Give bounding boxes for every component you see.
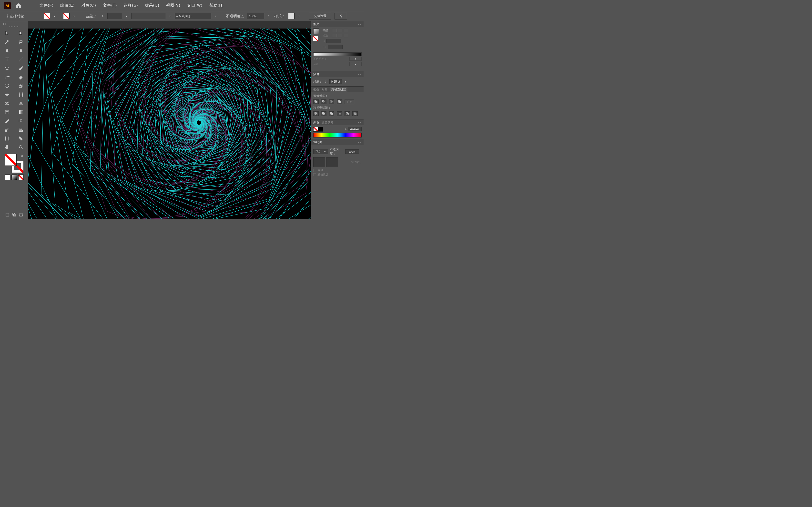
style-dd[interactable] (297, 13, 302, 19)
pf-outline[interactable] (345, 111, 350, 116)
rotate-tool[interactable] (0, 81, 14, 90)
menu-view[interactable]: 视图(V) (163, 3, 184, 8)
trans-mask-thumb[interactable] (326, 157, 338, 167)
pathfinder-tab[interactable]: 路径查找器 (330, 87, 347, 93)
grad-aspect-field[interactable] (328, 45, 343, 49)
grad-stroke-1[interactable] (332, 34, 337, 37)
ellipse-tool[interactable] (0, 64, 14, 73)
stroke-weight-spinner[interactable] (323, 78, 328, 85)
pf-merge[interactable] (329, 111, 334, 116)
blend-mode-dropdown[interactable]: 正常▾ (313, 149, 328, 154)
menu-select[interactable]: 选择(S) (120, 3, 141, 8)
document-setup-button[interactable]: 文档设置 (309, 13, 331, 19)
grad-angle-field[interactable] (326, 39, 341, 43)
gradient-preview[interactable] (313, 29, 319, 34)
perspective-grid-tool[interactable] (14, 99, 28, 108)
grad-type-freeform[interactable] (344, 29, 348, 32)
hand-tool[interactable] (0, 143, 14, 152)
free-transform-tool[interactable] (14, 90, 28, 99)
grad-position-dd[interactable] (349, 62, 362, 66)
align-tab[interactable]: 对齐 (321, 88, 327, 92)
symbol-sprayer-tool[interactable] (0, 125, 14, 134)
pf-expand[interactable]: 扩展 (345, 100, 354, 104)
stroke-weight-dd2[interactable] (343, 78, 348, 85)
graphic-style-swatch[interactable] (288, 13, 295, 19)
grad-stroke-2[interactable] (338, 34, 342, 37)
menu-object[interactable]: 对象(O) (78, 3, 100, 8)
column-graph-tool[interactable] (14, 125, 28, 134)
opacity-field[interactable]: 100% (247, 13, 264, 19)
opacity-label[interactable]: 不透明度： (226, 14, 244, 18)
grad-stroke-3[interactable] (344, 34, 348, 37)
panel-collapse-icon[interactable]: ◄◄ (357, 141, 362, 143)
menu-type[interactable]: 文字(T) (100, 3, 120, 8)
pf-intersect[interactable] (329, 100, 334, 104)
transform-tab[interactable]: 变换 (313, 88, 319, 92)
pf-trim[interactable] (321, 111, 326, 116)
blend-tool[interactable] (14, 116, 28, 125)
tools-grip-icon[interactable] (9, 26, 19, 27)
opacity-flyout[interactable] (266, 14, 271, 18)
trans-object-thumb[interactable] (313, 157, 325, 167)
stroke-weight-field[interactable] (107, 13, 122, 19)
pf-exclude[interactable] (337, 100, 342, 104)
make-mask-button[interactable]: 制作蒙版 (351, 160, 362, 164)
swap-fill-stroke-icon[interactable]: ⤭ (21, 155, 23, 158)
invert-mask-checkbox[interactable]: 反相蒙版 (313, 173, 362, 176)
color-mode-none[interactable] (18, 174, 24, 180)
panel-collapse-icon[interactable]: ◄◄ (357, 121, 362, 124)
shaper-tool[interactable] (0, 73, 14, 81)
gradient-tool[interactable] (14, 108, 28, 116)
eyedropper-tool[interactable] (0, 116, 14, 125)
pf-minus-front[interactable] (321, 100, 326, 104)
transparency-tab[interactable]: 透明度 (313, 140, 322, 144)
preferences-button[interactable]: 首 (335, 13, 347, 19)
pf-minus-back[interactable] (352, 111, 358, 116)
canvas-area[interactable] (28, 21, 311, 219)
line-tool[interactable] (14, 55, 28, 64)
fill-dropdown[interactable] (52, 13, 57, 19)
stroke-tab[interactable]: 描边 (313, 72, 319, 76)
shape-builder-tool[interactable] (0, 99, 14, 108)
gradient-fill-swatch[interactable] (313, 36, 318, 41)
lasso-tool[interactable] (14, 38, 28, 46)
width-tool[interactable] (0, 90, 14, 99)
fill-box[interactable] (5, 154, 16, 166)
menu-edit[interactable]: 编辑(E) (57, 3, 78, 8)
fill-swatch[interactable] (44, 13, 50, 19)
brush-definition[interactable]: 5 点圆形 (175, 13, 211, 19)
color-mode-gradient[interactable] (11, 174, 17, 180)
direct-selection-tool[interactable] (14, 29, 28, 38)
draw-behind-icon[interactable] (11, 212, 17, 217)
trans-opacity-field[interactable]: 100% (345, 150, 359, 154)
pf-unite[interactable] (313, 100, 319, 104)
panel-collapse-icon[interactable]: ◄◄ (357, 73, 362, 75)
gradient-tab[interactable]: 渐变 (313, 22, 319, 26)
panel-collapse-icon[interactable]: ◄◄ (357, 23, 362, 25)
var-width-profile[interactable] (131, 13, 165, 19)
pen-tool[interactable] (0, 46, 14, 55)
paintbrush-tool[interactable] (14, 64, 28, 73)
menu-file[interactable]: 文件(F) (36, 3, 57, 8)
pf-crop[interactable] (337, 111, 342, 116)
mesh-tool[interactable] (0, 108, 14, 116)
slice-tool[interactable] (14, 134, 28, 143)
menu-window[interactable]: 窗口(W) (184, 3, 206, 8)
zoom-tool[interactable] (14, 143, 28, 152)
artboard-tool[interactable] (0, 134, 14, 143)
scale-tool[interactable] (14, 81, 28, 90)
color-tab[interactable]: 颜色 (313, 120, 319, 124)
brush-dd[interactable] (213, 13, 219, 19)
selection-tool[interactable] (0, 29, 14, 38)
eraser-tool[interactable] (14, 73, 28, 81)
stroke-dropdown[interactable] (71, 13, 77, 19)
stroke-weight-spinner[interactable] (100, 13, 105, 19)
draw-inside-icon[interactable] (18, 212, 24, 217)
magic-wand-tool[interactable] (0, 38, 14, 46)
color-fill-stroke-swatches[interactable] (313, 127, 323, 132)
stroke-weight-value[interactable]: 0.25 pt (329, 79, 342, 84)
fill-stroke-control[interactable]: ⤭ (5, 154, 23, 173)
color-guide-tab[interactable]: 颜色参考 (321, 120, 333, 124)
color-spectrum[interactable] (313, 132, 362, 137)
menu-help[interactable]: 帮助(H) (206, 3, 227, 8)
